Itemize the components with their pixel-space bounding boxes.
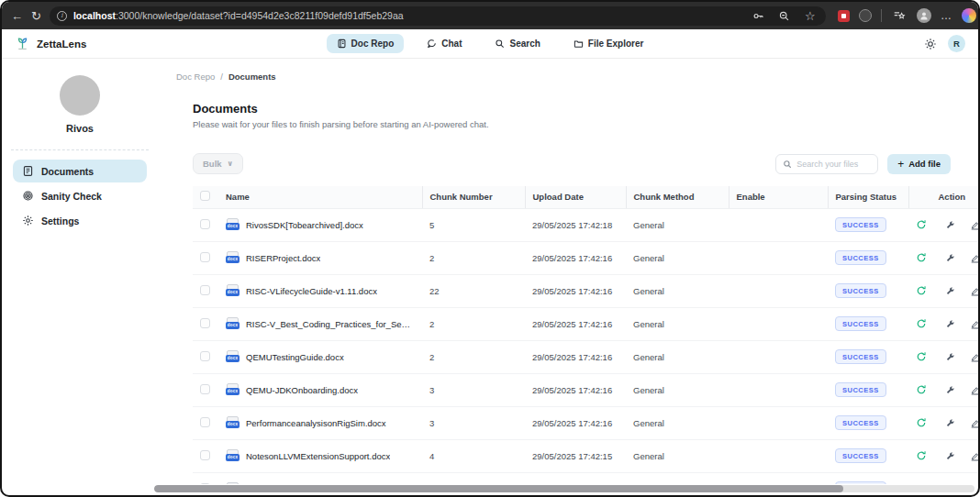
url-host: localhost <box>73 10 116 21</box>
table-row: docx PerformanceanalysisonRigSim.docx 3 … <box>193 406 978 439</box>
brand-logo-icon <box>15 36 30 51</box>
file-name-link[interactable]: QEMUTestingGuide.docx <box>246 352 344 362</box>
refresh-icon[interactable] <box>916 417 927 428</box>
app-header: ZettaLens Doc Repo Chat Search File Expl… <box>2 29 978 59</box>
user-avatar[interactable]: R <box>948 35 965 52</box>
extension-red-icon[interactable] <box>838 10 850 22</box>
wrench-icon[interactable] <box>945 253 955 263</box>
edit-icon[interactable] <box>970 286 978 296</box>
file-name-link[interactable]: RISERProject.docx <box>246 253 320 263</box>
sidebar-item-label: Documents <box>41 166 94 177</box>
refresh-icon[interactable] <box>916 252 927 263</box>
refresh-icon[interactable] <box>916 219 927 230</box>
sidebar-item-sanity-check[interactable]: Sanity Check <box>13 184 147 207</box>
status-badge: SUCCESS <box>835 349 886 364</box>
add-file-button[interactable]: + Add file <box>887 154 951 174</box>
sidebar-divider <box>11 149 149 150</box>
docx-file-icon: docx <box>226 449 239 462</box>
wrench-icon[interactable] <box>945 451 955 461</box>
chunk-number-cell: 5 <box>422 208 525 241</box>
row-checkbox[interactable] <box>200 417 210 427</box>
browser-profile-icon[interactable] <box>917 8 931 23</box>
status-badge: SUCCESS <box>835 382 886 397</box>
breadcrumb-current: Documents <box>228 72 276 82</box>
row-checkbox[interactable] <box>200 252 210 262</box>
tab-search[interactable]: Search <box>484 34 550 53</box>
refresh-icon[interactable] <box>916 384 927 395</box>
upload-date-cell: 29/05/2025 17:42:16 <box>525 340 626 373</box>
wrench-icon[interactable] <box>945 319 955 329</box>
upload-date-cell <box>525 472 626 484</box>
back-icon[interactable]: ← <box>11 7 23 24</box>
select-all-checkbox[interactable] <box>200 191 210 201</box>
wrench-icon[interactable] <box>945 286 955 296</box>
tab-file-explorer[interactable]: File Explorer <box>563 34 654 53</box>
tab-chat[interactable]: Chat <box>417 34 472 53</box>
tab-doc-repo[interactable]: Doc Repo <box>327 34 405 53</box>
table-row: docx QEMUTestingGuide.docx 2 29/05/2025 … <box>193 340 978 373</box>
brand-logo[interactable]: ZettaLens <box>15 36 198 51</box>
site-info-icon[interactable]: i <box>57 11 67 21</box>
sidebar-item-documents[interactable]: Documents <box>13 160 147 182</box>
search-input[interactable] <box>796 160 871 169</box>
workspace-avatar <box>60 75 100 116</box>
row-checkbox[interactable] <box>200 219 210 229</box>
copilot-icon[interactable] <box>962 8 976 23</box>
file-name-link[interactable]: PerformanceanalysisonRigSim.docx <box>246 418 386 428</box>
chunk-method-cell <box>626 472 729 484</box>
reload-icon[interactable]: ↻ <box>31 7 41 24</box>
chunk-number-cell: 2 <box>422 307 525 340</box>
wrench-icon[interactable] <box>945 220 955 230</box>
wrench-icon[interactable] <box>945 385 955 395</box>
edit-icon[interactable] <box>970 352 978 362</box>
favorite-star-icon[interactable]: ☆ <box>802 7 819 24</box>
row-checkbox[interactable] <box>200 351 210 361</box>
chunk-method-cell: General <box>626 373 729 406</box>
refresh-icon[interactable] <box>916 351 927 362</box>
edit-icon[interactable] <box>970 451 978 461</box>
file-name-link[interactable]: NotesonLLVMExtensionSupport.docx <box>246 451 390 461</box>
bulk-button[interactable]: Bulk ∨ <box>193 153 243 174</box>
refresh-icon[interactable] <box>916 450 927 461</box>
edit-icon[interactable] <box>970 319 978 329</box>
scrollbar-thumb[interactable] <box>154 485 843 492</box>
row-checkbox[interactable] <box>200 450 210 460</box>
url-text[interactable]: localhost:3000/knowledge/dataset?id=d495… <box>73 10 744 21</box>
refresh-icon[interactable] <box>916 318 927 329</box>
more-menu-icon[interactable]: … <box>941 9 952 22</box>
wrench-icon[interactable] <box>945 484 955 485</box>
refresh-icon[interactable] <box>916 483 927 484</box>
app-body: Rivos Documents Sanity Check Settings Do… <box>2 59 978 497</box>
file-name-link[interactable]: QEMU-JDKOnboarding.docx <box>246 385 358 395</box>
extension-icon[interactable] <box>859 9 872 22</box>
edit-icon[interactable] <box>970 220 978 230</box>
collections-icon[interactable] <box>891 7 908 24</box>
chunk-method-cell: General <box>626 406 729 439</box>
zoom-out-icon[interactable] <box>776 7 793 24</box>
file-name-link[interactable]: RISC-VLifecycleGuide-v1.11.docx <box>246 286 377 296</box>
row-checkbox[interactable] <box>200 285 210 295</box>
file-name-link[interactable]: RivosSDK[Tobearchived].docx <box>246 220 363 230</box>
sidebar: Rivos Documents Sanity Check Settings <box>2 59 158 497</box>
wrench-icon[interactable] <box>945 418 955 428</box>
sidebar-item-settings[interactable]: Settings <box>13 209 147 232</box>
edit-icon[interactable] <box>970 484 978 485</box>
edit-icon[interactable] <box>970 253 978 263</box>
row-checkbox[interactable] <box>200 483 210 485</box>
address-bar[interactable]: i localhost:3000/knowledge/dataset?id=d4… <box>50 6 826 26</box>
refresh-icon[interactable] <box>916 285 927 296</box>
chunk-method-cell: General <box>626 307 729 340</box>
row-checkbox[interactable] <box>200 318 210 328</box>
documents-table: Name Chunk Number Upload Date Chunk Meth… <box>193 186 978 484</box>
edit-icon[interactable] <box>970 418 978 428</box>
edit-icon[interactable] <box>970 385 978 395</box>
page-subtitle: Please wait for your files to finish par… <box>193 119 978 129</box>
row-checkbox[interactable] <box>200 384 210 394</box>
breadcrumb-doc-repo[interactable]: Doc Repo <box>176 72 215 82</box>
file-name-link[interactable]: RISC-V_Best_Coding_Practices_for_Sentine… <box>246 319 415 329</box>
main-content: Doc Repo / Documents Documents Please wa… <box>158 59 978 497</box>
column-header-parsing-status: Parsing Status <box>828 186 908 208</box>
password-key-icon[interactable] <box>751 7 767 24</box>
theme-sun-icon[interactable] <box>924 38 937 50</box>
wrench-icon[interactable] <box>945 352 955 362</box>
